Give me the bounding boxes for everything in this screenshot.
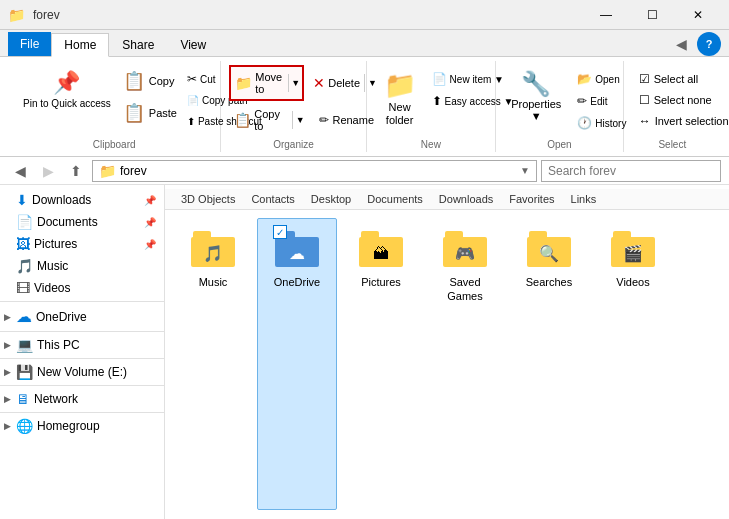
selection-checkbox: ✓ bbox=[273, 225, 287, 239]
file-item-savedgames[interactable]: 🎮 SavedGames bbox=[425, 218, 505, 510]
copy-to-button[interactable]: 📋 Copy to ▼ bbox=[229, 103, 308, 137]
help-button[interactable]: ? bbox=[697, 32, 721, 56]
sidebar-item-documents[interactable]: 📄 Documents 📌 bbox=[0, 211, 164, 233]
address-area: ◀ ▶ ⬆ 📁 forev ▼ bbox=[0, 157, 729, 185]
ribbon-group-organize: 📁 Move to ▼ ✕ Delete ▼ bbox=[221, 61, 366, 152]
open-icon: 📂 bbox=[577, 72, 592, 86]
sidebar-item-onedrive[interactable]: ▶ ☁ OneDrive bbox=[0, 304, 164, 329]
copy-to-dropdown-arrow[interactable]: ▼ bbox=[292, 111, 307, 129]
sidebar-item-homegroup[interactable]: ▶ 🌐 Homegroup bbox=[0, 415, 164, 437]
easy-access-icon: ⬆ bbox=[432, 94, 442, 108]
folder-icon-savedgames: 🎮 bbox=[441, 225, 489, 273]
properties-button[interactable]: 🔧 Properties ▼ bbox=[504, 65, 568, 127]
folder-icon-searches: 🔍 bbox=[525, 225, 573, 273]
ribbon-group-clipboard: 📌 Pin to Quick access 📋 Copy 📋 Paste ✂ C… bbox=[8, 61, 221, 152]
file-grid: 🎵 Music ☁ ✓ OneDrive bbox=[165, 210, 729, 518]
pin-to-quick-access-button[interactable]: 📌 Pin to Quick access bbox=[16, 65, 118, 115]
title-bar: 📁 forev — ☐ ✕ bbox=[0, 0, 729, 30]
cut-icon: ✂ bbox=[187, 72, 197, 86]
sidebar-item-pictures[interactable]: 🖼 Pictures 📌 bbox=[0, 233, 164, 255]
col-header-favorites[interactable]: Favorites bbox=[501, 191, 562, 207]
col-header-documents[interactable]: Documents bbox=[359, 191, 431, 207]
new-folder-icon: 📁 bbox=[384, 70, 416, 101]
sidebar-item-newvolume[interactable]: ▶ 💾 New Volume (E:) bbox=[0, 361, 164, 383]
paste-shortcut-icon: ⬆ bbox=[187, 116, 195, 127]
copy-button[interactable]: 📋 Copy bbox=[118, 65, 182, 97]
move-to-dropdown-arrow[interactable]: ▼ bbox=[288, 74, 302, 92]
tab-home[interactable]: Home bbox=[51, 33, 109, 57]
delete-icon: ✕ bbox=[313, 75, 325, 91]
folder-icon-onedrive: ☁ ✓ bbox=[273, 225, 321, 273]
tab-share[interactable]: Share bbox=[109, 33, 167, 57]
move-to-button[interactable]: 📁 Move to ▼ bbox=[229, 65, 304, 101]
expand-icon-onedrive: ▶ bbox=[4, 312, 11, 322]
expand-icon-newvolume: ▶ bbox=[4, 367, 11, 377]
properties-icon: 🔧 bbox=[521, 70, 551, 98]
select-all-button[interactable]: ☑ Select all bbox=[632, 69, 729, 89]
back-button[interactable]: ◀ bbox=[8, 159, 32, 183]
move-to-icon: 📁 bbox=[235, 75, 252, 91]
new-group-label: New bbox=[375, 137, 488, 152]
app-icon: 📁 bbox=[8, 7, 25, 23]
folder-icon-videos: 🎬 bbox=[609, 225, 657, 273]
title-bar-title: forev bbox=[33, 8, 60, 22]
history-button[interactable]: 🕐 History bbox=[572, 113, 631, 133]
file-area: 3D Objects Contacts Desktop Documents Do… bbox=[165, 185, 729, 519]
select-group-label: Select bbox=[632, 137, 713, 152]
invert-selection-button[interactable]: ↔ Invert selection bbox=[632, 111, 729, 131]
close-button[interactable]: ✕ bbox=[675, 0, 721, 30]
open-button[interactable]: 📂 Open bbox=[572, 69, 631, 89]
ribbon-tabs: File Home Share View ◀ ? bbox=[0, 30, 729, 57]
main-content: ⬇ Downloads 📌 📄 Documents 📌 🖼 Pictures 📌… bbox=[0, 185, 729, 519]
sidebar-item-thispc[interactable]: ▶ 💻 This PC bbox=[0, 334, 164, 356]
search-input[interactable] bbox=[541, 160, 721, 182]
col-header-links[interactable]: Links bbox=[563, 191, 605, 207]
ribbon: 📌 Pin to Quick access 📋 Copy 📋 Paste ✂ C… bbox=[0, 57, 729, 157]
file-item-music[interactable]: 🎵 Music bbox=[173, 218, 253, 510]
select-none-button[interactable]: ☐ Select none bbox=[632, 90, 729, 110]
copy-path-icon: 📄 bbox=[187, 95, 199, 106]
expand-icon-homegroup: ▶ bbox=[4, 421, 11, 431]
col-header-desktop[interactable]: Desktop bbox=[303, 191, 359, 207]
file-item-pictures[interactable]: 🏔 Pictures bbox=[341, 218, 421, 510]
history-icon: 🕐 bbox=[577, 116, 592, 130]
ribbon-group-select: ☑ Select all ☐ Select none ↔ Invert sele… bbox=[624, 61, 721, 152]
invert-icon: ↔ bbox=[639, 114, 651, 128]
expand-icon-network: ▶ bbox=[4, 394, 11, 404]
copy-icon: 📋 bbox=[123, 70, 145, 92]
maximize-button[interactable]: ☐ bbox=[629, 0, 675, 30]
sidebar: ⬇ Downloads 📌 📄 Documents 📌 🖼 Pictures 📌… bbox=[0, 185, 165, 519]
select-all-icon: ☑ bbox=[639, 72, 650, 86]
address-bar[interactable]: 📁 forev ▼ bbox=[92, 160, 537, 182]
folder-icon-music: 🎵 bbox=[189, 225, 237, 273]
col-header-downloads[interactable]: Downloads bbox=[431, 191, 501, 207]
col-header-3dobjects[interactable]: 3D Objects bbox=[173, 191, 243, 207]
sidebar-item-videos[interactable]: 🎞 Videos bbox=[0, 277, 164, 299]
tab-view[interactable]: View bbox=[167, 33, 219, 57]
edit-button[interactable]: ✏ Edit bbox=[572, 91, 631, 111]
sidebar-item-network[interactable]: ▶ 🖥 Network bbox=[0, 388, 164, 410]
pin-icon: 📌 bbox=[53, 70, 80, 96]
file-item-searches[interactable]: 🔍 Searches bbox=[509, 218, 589, 510]
folder-icon-pictures: 🏔 bbox=[357, 225, 405, 273]
paste-button[interactable]: 📋 Paste bbox=[118, 97, 182, 129]
ribbon-back-button[interactable]: ◀ bbox=[669, 32, 693, 56]
minimize-button[interactable]: — bbox=[583, 0, 629, 30]
open-group-label: Open bbox=[504, 137, 615, 152]
new-folder-button[interactable]: 📁 Newfolder bbox=[375, 65, 425, 132]
col-header-contacts[interactable]: Contacts bbox=[243, 191, 302, 207]
file-item-videos[interactable]: 🎬 Videos bbox=[593, 218, 673, 510]
new-item-icon: 📄 bbox=[432, 72, 447, 86]
organize-group-label: Organize bbox=[229, 137, 357, 152]
tab-file[interactable]: File bbox=[8, 32, 51, 56]
forward-button[interactable]: ▶ bbox=[36, 159, 60, 183]
ribbon-group-new: 📁 Newfolder 📄 New item ▼ ⬆ Easy access ▼… bbox=[367, 61, 497, 152]
rename-icon: ✏ bbox=[319, 113, 329, 127]
sidebar-item-music[interactable]: 🎵 Music bbox=[0, 255, 164, 277]
sidebar-item-downloads[interactable]: ⬇ Downloads 📌 bbox=[0, 189, 164, 211]
column-headers: 3D Objects Contacts Desktop Documents Do… bbox=[165, 189, 729, 210]
expand-icon-thispc: ▶ bbox=[4, 340, 11, 350]
file-item-onedrive[interactable]: ☁ ✓ OneDrive bbox=[257, 218, 337, 510]
copy-to-icon: 📋 bbox=[234, 112, 251, 128]
up-button[interactable]: ⬆ bbox=[64, 159, 88, 183]
